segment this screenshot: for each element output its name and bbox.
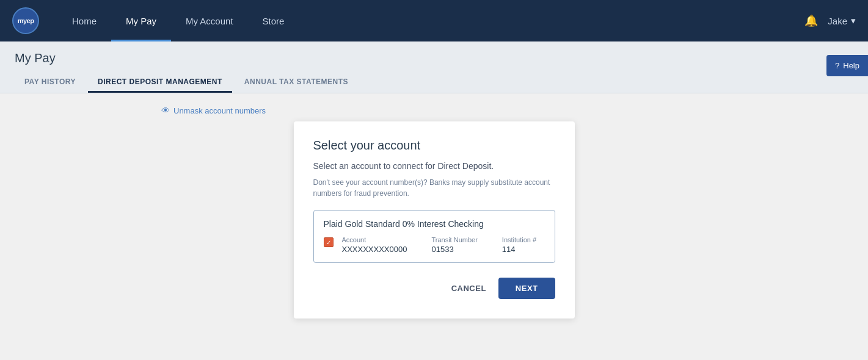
nav-right: 🔔 Jake ▾ [804, 14, 856, 27]
nav-store[interactable]: Store [248, 0, 299, 41]
institution-label: Institution # [502, 236, 536, 243]
account-label: Account [342, 236, 407, 243]
account-number-col: Account XXXXXXXXX0000 [342, 236, 407, 254]
help-button[interactable]: ? Help [826, 55, 868, 76]
page-title: My Pay [15, 51, 853, 65]
unmask-row[interactable]: 👁 Unmask account numbers [161, 106, 266, 115]
account-checkbox[interactable]: ✓ [324, 237, 334, 247]
nav-my-pay[interactable]: My Pay [111, 0, 171, 41]
chevron-down-icon: ▾ [851, 15, 856, 26]
eye-icon: 👁 [161, 106, 170, 115]
user-name: Jake [828, 16, 847, 26]
nav-home[interactable]: Home [57, 0, 111, 41]
account-details: Account XXXXXXXXX0000 Transit Number 015… [342, 236, 537, 254]
bell-icon[interactable]: 🔔 [804, 14, 818, 27]
cancel-button[interactable]: CANCEL [451, 284, 486, 293]
nav-my-account[interactable]: My Account [171, 0, 248, 41]
checkbox-checked-icon: ✓ [324, 237, 334, 247]
modal-footer: CANCEL NEXT [313, 278, 555, 299]
tab-annual-tax[interactable]: ANNUAL TAX STATEMENTS [235, 73, 358, 93]
help-label: Help [843, 61, 859, 70]
institution-col: Institution # 114 [502, 236, 536, 254]
logo-icon: myep [12, 7, 39, 34]
account-row: ✓ Account XXXXXXXXX0000 Transit Number 0… [324, 236, 545, 254]
transit-col: Transit Number 01533 [431, 236, 477, 254]
tab-pay-history[interactable]: PAY HISTORY [15, 73, 86, 93]
logo[interactable]: myep [12, 7, 39, 34]
account-bank-name: Plaid Gold Standard 0% Interest Checking [324, 219, 545, 229]
modal-title: Select your account [313, 139, 555, 153]
tab-direct-deposit[interactable]: DIRECT DEPOSIT MANAGEMENT [88, 73, 232, 93]
modal-note: Don't see your account number(s)? Banks … [313, 177, 555, 199]
top-nav: myep Home My Pay My Account Store 🔔 Jake… [0, 0, 868, 41]
modal-subtitle: Select an account to connect for Direct … [313, 161, 555, 171]
main-content: 👁 Unmask account numbers Select your acc… [0, 93, 868, 360]
nav-links: Home My Pay My Account Store [57, 0, 804, 41]
sub-header: My Pay PAY HISTORY DIRECT DEPOSIT MANAGE… [0, 41, 868, 93]
institution-value: 114 [502, 245, 536, 254]
account-value: XXXXXXXXX0000 [342, 245, 407, 254]
account-card[interactable]: Plaid Gold Standard 0% Interest Checking… [313, 210, 555, 263]
sub-tabs: PAY HISTORY DIRECT DEPOSIT MANAGEMENT AN… [15, 73, 853, 93]
unmask-label: Unmask account numbers [173, 106, 266, 115]
user-menu[interactable]: Jake ▾ [828, 15, 856, 26]
question-icon: ? [835, 61, 839, 70]
next-button[interactable]: NEXT [498, 278, 555, 299]
modal-card: Select your account Select an account to… [294, 121, 575, 319]
transit-value: 01533 [431, 245, 477, 254]
transit-label: Transit Number [431, 236, 477, 243]
